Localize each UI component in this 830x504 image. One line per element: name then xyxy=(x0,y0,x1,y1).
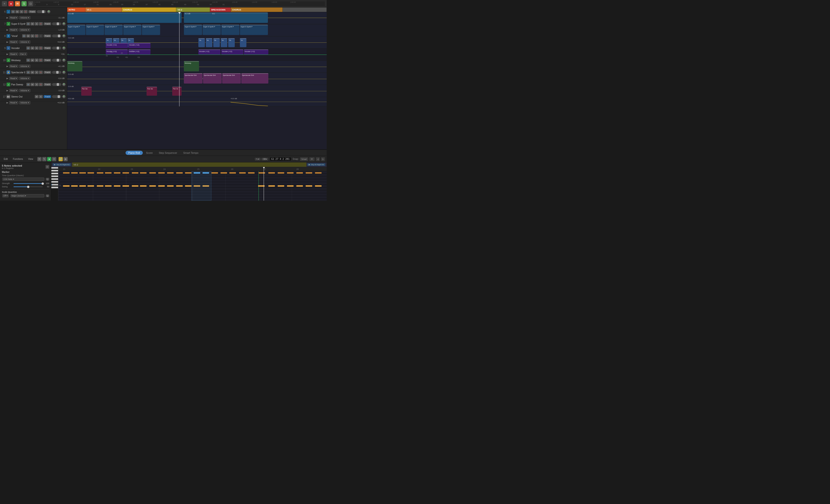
region-8-10[interactable]: 'Vo xyxy=(240,38,247,47)
key-gb1[interactable] xyxy=(51,181,58,183)
rec-btn-9[interactable]: R xyxy=(39,46,43,50)
rec-btn-6[interactable]: R xyxy=(24,10,28,13)
note-16[interactable] xyxy=(212,172,218,174)
region-spec-3[interactable]: Spectacular Entr xyxy=(222,73,241,84)
read-dropdown-9[interactable]: Read ▾ xyxy=(9,53,18,56)
track-type-btn-7[interactable]: Track xyxy=(44,22,51,25)
record-button[interactable]: ● xyxy=(8,1,13,6)
volume-dropdown-6[interactable]: Volume ▾ xyxy=(19,16,30,19)
quantize-q-btn[interactable]: Q xyxy=(46,178,49,181)
rec-btn-11[interactable]: R xyxy=(39,71,43,74)
note-11[interactable] xyxy=(149,172,156,174)
region-pansw-3[interactable]: Pan Sv xyxy=(172,87,182,96)
note-25[interactable] xyxy=(296,172,303,174)
note-3[interactable] xyxy=(79,172,86,174)
note-13[interactable] xyxy=(167,172,173,174)
input-btn-8[interactable]: I xyxy=(39,34,43,38)
note-14[interactable] xyxy=(176,172,183,174)
rec-btn-12[interactable]: R xyxy=(39,83,43,86)
read-dropdown-7[interactable]: Read ▾ xyxy=(9,28,18,31)
note-15[interactable] xyxy=(185,172,192,174)
mute-btn-12[interactable]: M xyxy=(31,83,34,86)
track-type-btn-11[interactable]: Track xyxy=(44,71,51,74)
note-23[interactable] xyxy=(278,172,284,174)
power-btn-12[interactable]: O xyxy=(26,83,30,86)
read-dropdown-6[interactable]: Read ▾ xyxy=(9,16,18,19)
note-24[interactable] xyxy=(287,172,293,174)
note-5[interactable] xyxy=(97,172,103,174)
c1-note-23[interactable] xyxy=(306,185,312,187)
read-dropdown-11[interactable]: Read ▾ xyxy=(9,77,18,80)
c1-note-19[interactable] xyxy=(268,185,275,187)
c1-note-22[interactable] xyxy=(296,185,303,187)
note-8[interactable] xyxy=(123,172,129,174)
track-fader-6[interactable] xyxy=(37,10,46,13)
solo-btn-10[interactable]: S xyxy=(35,59,38,62)
edit-menu[interactable]: Edit xyxy=(2,157,9,161)
region-6-2[interactable] xyxy=(184,12,268,23)
region-7-3[interactable]: Super 8 Synth P xyxy=(104,25,123,35)
key-db1[interactable] xyxy=(51,188,58,189)
note-21[interactable] xyxy=(259,172,265,174)
next-btn[interactable]: ▷ xyxy=(321,157,325,161)
pr-grid-area[interactable]: C1 xyxy=(58,171,327,201)
note-9[interactable] xyxy=(132,172,138,174)
c1-note-11[interactable] xyxy=(149,185,156,187)
c1-note-2[interactable] xyxy=(71,185,78,187)
track-fader-11[interactable] xyxy=(52,71,61,74)
c1-note-20[interactable] xyxy=(278,185,284,187)
key-d2[interactable] xyxy=(51,170,58,171)
region-7-1[interactable]: Super 8 Synth P xyxy=(67,25,86,35)
marker-breakdown[interactable]: BREAKDOWN xyxy=(210,7,231,12)
region-7-5[interactable]: Super 8 Synth P xyxy=(142,25,160,35)
solo-btn-6[interactable]: S xyxy=(20,10,23,13)
scale-off-select[interactable]: Off ▾ xyxy=(2,194,9,197)
solo-btn-9[interactable]: S xyxy=(35,46,38,50)
tab-score[interactable]: Score xyxy=(143,151,156,155)
solo-btn-17[interactable]: S xyxy=(39,95,43,98)
region-6-1[interactable] xyxy=(67,12,182,23)
track-knob-9[interactable] xyxy=(62,46,66,50)
key-bb1[interactable] xyxy=(51,176,58,177)
track-knob-10[interactable] xyxy=(62,59,66,62)
window-button[interactable]: ⊡ xyxy=(28,1,33,6)
scale-q-btn[interactable]: Q xyxy=(46,194,49,197)
region-vocoder-1[interactable]: Vocoder (+12) xyxy=(106,43,128,49)
solo-btn-8[interactable]: S xyxy=(31,34,34,38)
copy-btn[interactable]: ⊡ xyxy=(45,165,49,169)
region-8-9[interactable]: 'Vo xyxy=(228,38,235,47)
read-dropdown-12[interactable]: Read ▾ xyxy=(9,89,18,92)
region-voc-r3[interactable]: Vocoder (+12) xyxy=(198,50,221,55)
note-6[interactable] xyxy=(105,172,111,174)
rec-btn-7[interactable]: R xyxy=(39,22,43,25)
functions-menu[interactable]: Functions xyxy=(11,157,25,161)
c1-note-24[interactable] xyxy=(315,185,322,187)
c1-note-17[interactable] xyxy=(202,185,209,187)
mute-btn-11[interactable]: M xyxy=(31,71,34,74)
note-18[interactable] xyxy=(229,172,236,174)
mute-btn-6[interactable]: M xyxy=(15,10,19,13)
track-type-btn-17[interactable]: Track xyxy=(44,95,51,98)
marker-chorus1[interactable]: CHORUS xyxy=(122,7,177,12)
c1-note-10[interactable] xyxy=(140,185,147,187)
volume-dropdown-11[interactable]: Volume ▾ xyxy=(19,77,30,80)
region-7-4[interactable]: Super 8 Synth P xyxy=(123,25,141,35)
region-voc-r4[interactable]: Vocoder (+12) xyxy=(221,50,244,55)
marker-vs1[interactable]: VS 1 xyxy=(86,7,122,12)
mute-btn-9[interactable]: M xyxy=(31,46,34,50)
cursor-tool[interactable]: ↖ xyxy=(42,157,46,161)
marker-vs2[interactable]: VS 2 xyxy=(176,7,210,12)
track-knob-8[interactable] xyxy=(62,34,66,38)
marker-intro[interactable]: INTRO xyxy=(67,7,86,12)
add-button[interactable]: + xyxy=(2,1,7,6)
snap-tool[interactable]: ⊞ xyxy=(63,157,68,161)
c1-note-15[interactable] xyxy=(185,185,192,187)
c1-note-1[interactable] xyxy=(63,185,69,187)
read-dropdown-17[interactable]: Read ▾ xyxy=(9,101,18,104)
region-spec-1[interactable]: Spectacular Entr xyxy=(184,73,202,84)
note-10[interactable] xyxy=(140,172,147,174)
marker-end[interactable] xyxy=(283,7,327,12)
pan-dropdown-9[interactable]: Pan ▾ xyxy=(19,53,27,56)
track-type-btn-12[interactable]: Track xyxy=(44,83,51,86)
cursor-mode-btn[interactable]: ↖▾ xyxy=(255,158,261,161)
